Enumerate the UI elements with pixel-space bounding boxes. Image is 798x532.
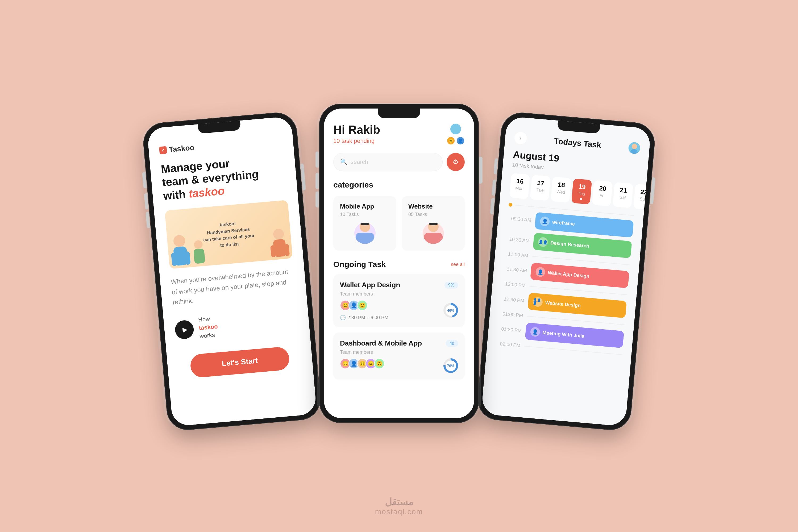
task-pill-website[interactable]: 👤👤👤 Website Design [528,292,627,318]
day-fri[interactable]: 20 Fri [592,180,613,206]
svg-point-11 [453,130,459,133]
empty-slot-2 [530,286,627,295]
greeting: Hi Rakib 10 task pending [333,123,380,145]
task-1-left: 😊 👤 🙂 🕐 2:30 PM – 6:00 PM [340,300,388,321]
day-label-sun: Sun [640,196,647,202]
search-box[interactable]: 🔍 search [333,153,443,171]
pill-avatar-6: 👤👤👤 [533,297,543,307]
logo-text: Taskoo [169,144,195,154]
how-row: How taskoo works [174,307,299,342]
empty-slot-4 [524,346,622,355]
task-1-footer: 😊 👤 🙂 🕐 2:30 PM – 6:00 PM 46% [340,300,458,321]
cat-tasks-1: 10 Tasks [340,212,359,217]
categories-grid: Mobile App 10 Tasks Website [333,196,465,251]
cat-avatar-2 [423,223,444,244]
day-thu-active[interactable]: 19 Thu [571,178,592,205]
task-2-members: 😊 👤 🙂 😐 🙃 [340,358,382,369]
mobile-app-person-icon [354,223,376,244]
day-num-wed: 18 [557,181,565,189]
pill-text-1: wireframe [552,219,575,227]
profile-avatar[interactable] [628,142,641,155]
task-pill-design-research[interactable]: 👤👤 Design Research [533,233,632,258]
task-1-members: 😊 👤 🙂 [340,300,388,311]
task-1-time: 🕐 2:30 PM – 6:00 PM [340,315,388,321]
day-label-tue: Tue [536,188,544,193]
task-card-2[interactable]: Dashboard & Mobile App 4d Team members 😊… [333,332,465,380]
task-pill-wallet[interactable]: 👤 Wallet App Design [530,263,629,288]
day-wed[interactable]: 18 Wed [551,177,571,203]
avatar-icon [628,142,641,155]
watermark-latin: mostaql.com [375,508,423,516]
search-row: 🔍 search ⚙ [333,153,465,171]
see-all-link[interactable]: see all [451,262,465,267]
day-label-mon: Mon [515,186,524,191]
day-num-sun: 22 [640,188,648,196]
day-num-fri: 20 [599,185,607,193]
category-mobile-app[interactable]: Mobile App 10 Tasks [333,196,396,251]
categories-title: categories [333,180,465,189]
svg-point-4 [273,228,284,240]
task-2-badge: 4d [446,340,458,347]
pill-text-6: Website Design [545,300,581,308]
day-sat[interactable]: 21 Sat [613,182,633,208]
tasks-screen: Hi Rakib 10 task pending 😊 👤 [324,109,474,418]
lets-start-button[interactable]: Let's Start [190,346,290,378]
timeline-dot [509,203,513,207]
pill-avatar-2: 👤👤 [538,237,548,247]
time-label-3: 11:00 AM [504,251,528,259]
pill-avatar-8: 👤 [530,327,540,337]
empty-slot-1 [532,256,630,265]
avatar-blue: 👤 [456,136,465,145]
svg-rect-16 [424,233,443,244]
search-icon: 🔍 [340,158,347,166]
pill-text-8: Meeting With Julia [543,330,585,339]
task-pending: 10 task pending [333,137,380,145]
task-pill-meeting[interactable]: 👤 Meeting With Julia [525,323,624,348]
day-num-mon: 16 [516,177,524,185]
pill-text-2: Design Research [550,240,589,249]
svg-point-18 [631,144,637,150]
member-av-3: 🙂 [357,300,367,311]
week-scroll: 16 Mon 17 Tue 18 Wed 19 Thu [509,173,637,209]
back-button[interactable]: ‹ [514,131,527,145]
watermark: مستقل mostaql.com [375,496,423,516]
pill-avatar-4: 👤 [535,267,546,277]
timeline-section: 09:30 AM 👤 wireframe 10:30 AM 👤👤 De [490,210,634,425]
category-website[interactable]: Website 05 Tasks [402,196,465,251]
how-text: How taskoo works [198,315,219,341]
ongoing-title: Ongoing Task [333,260,386,269]
day-tue[interactable]: 17 Tue [530,175,551,201]
play-button[interactable] [174,320,194,340]
phone-1-screen: Taskoo Manage your team & everything wit… [147,116,317,426]
time-label-1: 09:30 AM [507,215,531,223]
task-2-footer: 😊 👤 🙂 😐 🙃 76% [340,358,458,373]
filter-button[interactable]: ⚙ [446,153,465,171]
website-person-icon [423,223,444,244]
cat-name-2: Website [408,203,433,210]
time-label-7: 01:00 PM [499,311,523,319]
ongoing-header: Ongoing Task see all [333,260,465,269]
search-placeholder: search [350,158,368,166]
task-1-name: Wallet App Design [340,281,400,289]
day-sun[interactable]: 22 Sun [633,184,651,210]
day-label-fri: Fri [599,193,605,198]
task-2-header: Dashboard & Mobile App 4d [340,339,458,347]
day-mon[interactable]: 16 Mon [509,173,530,199]
task-card-1[interactable]: Wallet App Design 9% Team members 😊 👤 🙂 [333,274,465,327]
hero-image: taskoo! Handyman Services can take care … [165,200,292,269]
figure-left-icon [169,233,191,269]
welcome-screen: Taskoo Manage your team & everything wit… [147,116,317,426]
member-av-8: 🙃 [374,358,385,369]
empty-slot-3 [527,316,625,325]
day-num-sat: 21 [620,186,627,194]
svg-rect-9 [193,248,205,264]
hero-title: Manage your team & everything with tasko… [160,152,287,203]
progress-text-2: 76% [447,364,454,368]
phone-2: Hi Rakib 10 task pending 😊 👤 [319,104,479,423]
avatar-face-icon [451,125,460,133]
day-label-wed: Wed [556,189,565,195]
time-label-4: 11:30 AM [503,266,527,274]
cat-avatar-1 [354,223,376,244]
phones-container: Taskoo Manage your team & everything wit… [154,107,644,425]
progress-text-1: 46% [447,308,454,312]
